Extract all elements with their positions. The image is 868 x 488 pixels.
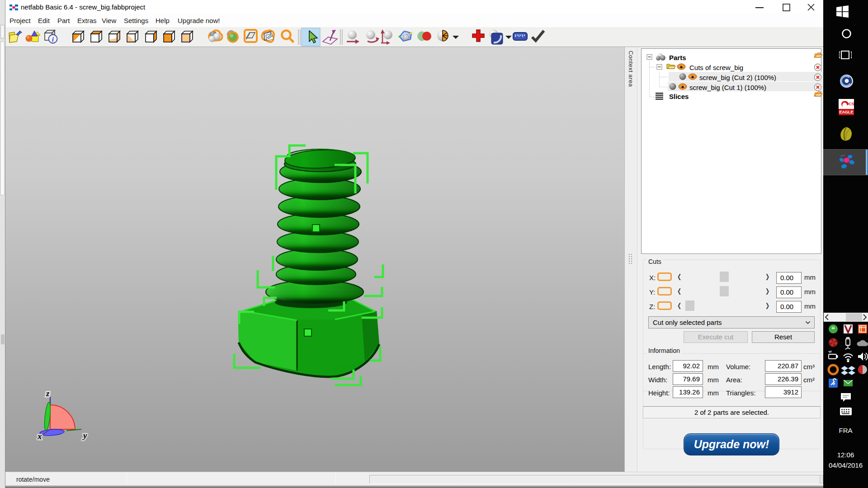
svg-text:CS: CS [849, 102, 854, 106]
svg-text:EAGLE: EAGLE [839, 110, 853, 114]
svg-text:screw_big (Cut 2) (100%): screw_big (Cut 2) (100%) [699, 74, 776, 81]
svg-text:“: “ [831, 325, 835, 334]
svg-text:i: i [52, 36, 54, 43]
svg-text:y: y [82, 431, 87, 440]
svg-text:Parts: Parts [669, 54, 686, 61]
svg-text:Cuts of screw_big: Cuts of screw_big [689, 64, 743, 71]
svg-text:Slices: Slices [669, 93, 689, 100]
svg-text:z: z [46, 389, 50, 398]
svg-text:x: x [37, 432, 42, 441]
svg-text:screw_big (Cut 1) (100%): screw_big (Cut 1) (100%) [689, 84, 766, 91]
